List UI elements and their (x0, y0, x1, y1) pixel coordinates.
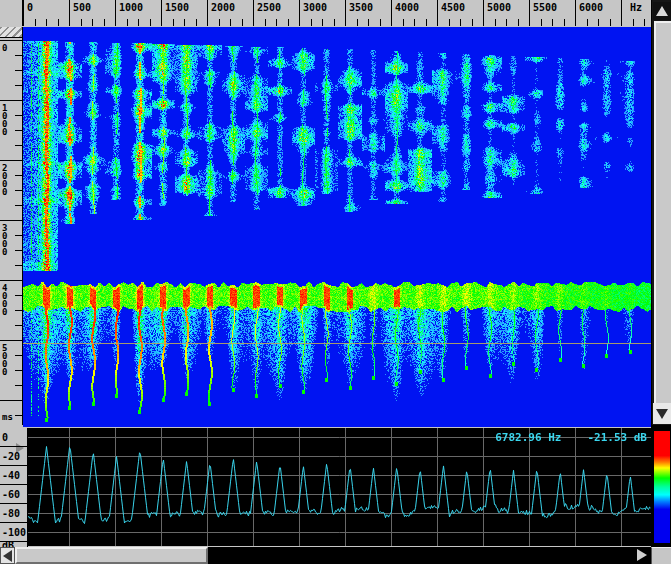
major-tick (0, 160, 22, 161)
minor-tick (265, 19, 266, 26)
horizontal-scrollbar[interactable] (0, 547, 671, 564)
scroll-right-button[interactable] (634, 547, 651, 564)
db-ruler-label: -20 (2, 451, 20, 462)
frequency-unit-label: Hz (630, 2, 642, 13)
minor-tick (472, 19, 473, 26)
analyzer-window: Hz 0500100015002000250030003500400045005… (0, 0, 671, 564)
minor-tick (15, 370, 22, 371)
frequency-ruler-label: 1000 (119, 2, 143, 13)
minor-tick (15, 265, 22, 266)
readout-level: -21.53 dB (587, 431, 647, 444)
minor-tick (518, 19, 519, 26)
db-ruler-label: -80 (2, 508, 20, 519)
minor-tick (587, 19, 588, 26)
major-tick (0, 400, 22, 401)
minor-tick (276, 19, 277, 26)
major-tick (0, 40, 22, 41)
frequency-ruler-label: 4000 (395, 2, 419, 13)
minor-tick (460, 19, 461, 26)
minor-tick (15, 115, 22, 116)
major-tick (437, 0, 438, 26)
major-tick (0, 220, 22, 221)
minor-tick (15, 325, 22, 326)
db-ruler-label: -60 (2, 489, 20, 500)
vertical-scrollbar-thumb[interactable] (654, 21, 671, 406)
scroll-left-button[interactable] (0, 547, 15, 564)
minor-tick (15, 415, 22, 416)
frequency-ruler-label: 2500 (257, 2, 281, 13)
minor-tick (15, 355, 22, 356)
minor-tick (58, 19, 59, 26)
minor-tick (15, 385, 22, 386)
minor-tick (219, 19, 220, 26)
minor-tick (15, 250, 22, 251)
minor-tick (81, 19, 82, 26)
major-tick (69, 0, 70, 26)
db-cell: -60 (0, 485, 27, 504)
minor-tick (15, 190, 22, 191)
minor-tick (15, 175, 22, 176)
minor-tick (380, 19, 381, 26)
spectrogram-canvas[interactable] (23, 27, 651, 427)
minor-tick (414, 19, 415, 26)
minor-tick (138, 19, 139, 26)
frequency-ruler-label: 6000 (579, 2, 603, 13)
minor-tick (334, 19, 335, 26)
hatch-corner-box (0, 27, 22, 38)
minor-tick (357, 19, 358, 26)
time-ruler[interactable]: ms 01 0 0 02 0 0 03 0 0 04 0 0 05 0 0 0 (0, 27, 23, 425)
minor-tick (506, 19, 507, 26)
color-aperture-bar[interactable] (654, 431, 670, 543)
db-ruler-label: -100 (2, 527, 26, 538)
frequency-ruler-label: 0 (27, 2, 33, 13)
minor-tick (15, 295, 22, 296)
triangle-up-icon (656, 6, 668, 16)
minor-tick (426, 19, 427, 26)
major-tick (253, 0, 254, 26)
db-ruler-label: 0 (2, 432, 8, 443)
minor-tick (230, 19, 231, 26)
minor-tick (104, 19, 105, 26)
spectrum-canvas[interactable] (28, 428, 651, 546)
scroll-up-button[interactable] (653, 2, 671, 20)
colorbar-zone (651, 425, 671, 547)
minor-tick (92, 19, 93, 26)
time-ruler-label: 2 0 0 0 (2, 164, 7, 196)
major-tick (299, 0, 300, 26)
minor-tick (368, 19, 369, 26)
minor-tick (15, 85, 22, 86)
minor-tick (15, 55, 22, 56)
frequency-ruler[interactable]: Hz 0500100015002000250030003500400045005… (0, 0, 651, 28)
major-tick (391, 0, 392, 26)
ruler-corner-cell (0, 0, 23, 26)
db-cell: -80 (0, 504, 27, 523)
db-cell: -20 (0, 447, 27, 466)
frequency-ruler-label: 2000 (211, 2, 235, 13)
major-tick (575, 0, 576, 26)
major-tick (161, 0, 162, 26)
minor-tick (322, 19, 323, 26)
vertical-scrollbar[interactable] (651, 0, 671, 425)
frequency-ruler-label: 5000 (487, 2, 511, 13)
major-tick (529, 0, 530, 26)
horizontal-scrollbar-thumb[interactable] (15, 547, 208, 564)
scrollbar-corner (651, 547, 671, 564)
time-ruler-label: 5 0 0 0 (2, 344, 7, 376)
minor-tick (633, 19, 634, 26)
time-ruler-label: 4 0 0 0 (2, 284, 7, 316)
major-tick (23, 0, 24, 26)
frequency-ruler-label: 5500 (533, 2, 557, 13)
major-tick (0, 280, 22, 281)
minor-tick (15, 130, 22, 131)
db-cell: -40 (0, 466, 27, 485)
minor-tick (196, 19, 197, 26)
db-ruler[interactable]: 0-20-40-60-80-100dB (0, 428, 28, 547)
major-tick (115, 0, 116, 26)
minor-tick (127, 19, 128, 26)
minor-tick (610, 19, 611, 26)
scroll-down-button[interactable] (653, 403, 671, 424)
frequency-ruler-label: 1500 (165, 2, 189, 13)
spectrum-panel[interactable]: 6782.96 Hz -21.53 dB (28, 428, 651, 546)
minor-tick (552, 19, 553, 26)
major-tick (0, 100, 22, 101)
